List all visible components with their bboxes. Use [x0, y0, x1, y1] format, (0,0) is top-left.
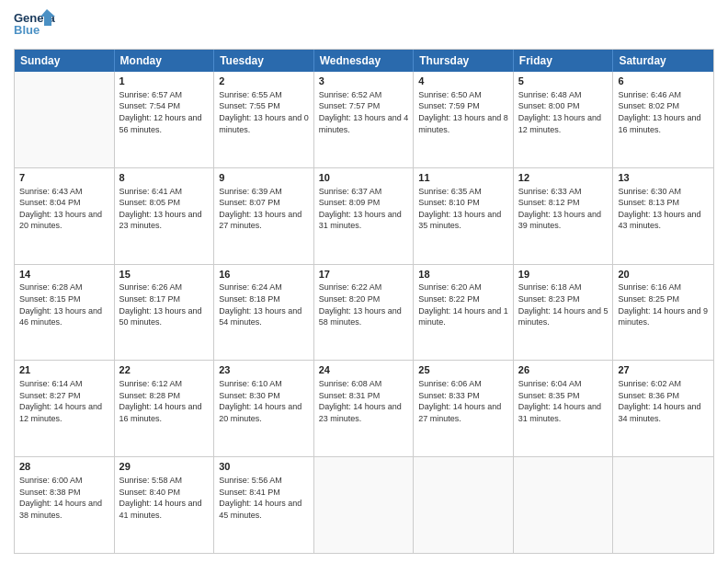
sun-info: Sunrise: 6:41 AMSunset: 8:05 PMDaylight:…	[119, 186, 210, 232]
calendar-header-cell: Thursday	[414, 50, 514, 72]
calendar-cell: 10Sunrise: 6:37 AMSunset: 8:09 PMDayligh…	[314, 168, 415, 264]
sun-info: Sunrise: 6:50 AMSunset: 7:59 PMDaylight:…	[418, 89, 508, 135]
day-number: 3	[319, 75, 409, 88]
page: General Blue SundayMondayTuesdayWednesda…	[0, 0, 728, 563]
sun-info: Sunrise: 6:02 AMSunset: 8:36 PMDaylight:…	[618, 378, 709, 424]
day-number: 8	[119, 171, 210, 185]
day-number: 27	[618, 363, 709, 377]
day-number: 6	[618, 75, 709, 88]
calendar-cell: 23Sunrise: 6:10 AMSunset: 8:30 PMDayligh…	[214, 361, 314, 456]
calendar-cell: 9Sunrise: 6:39 AMSunset: 8:07 PMDaylight…	[214, 168, 314, 264]
day-number: 17	[319, 268, 409, 282]
calendar-cell: 8Sunrise: 6:41 AMSunset: 8:05 PMDaylight…	[115, 168, 215, 264]
day-number: 26	[518, 363, 609, 377]
logo: General Blue	[14, 9, 55, 41]
calendar-header-cell: Tuesday	[214, 50, 314, 72]
sun-info: Sunrise: 6:43 AMSunset: 8:04 PMDaylight:…	[19, 186, 109, 232]
calendar-cell	[15, 72, 115, 167]
calendar-cell: 28Sunrise: 6:00 AMSunset: 8:38 PMDayligh…	[15, 457, 115, 553]
calendar-cell: 17Sunrise: 6:22 AMSunset: 8:20 PMDayligh…	[314, 265, 415, 361]
calendar-header-cell: Wednesday	[314, 50, 415, 72]
sun-info: Sunrise: 6:08 AMSunset: 8:31 PMDaylight:…	[319, 378, 409, 424]
sun-info: Sunrise: 6:10 AMSunset: 8:30 PMDaylight:…	[219, 378, 309, 424]
sun-info: Sunrise: 5:56 AMSunset: 8:41 PMDaylight:…	[219, 475, 309, 521]
calendar-cell: 19Sunrise: 6:18 AMSunset: 8:23 PMDayligh…	[514, 265, 614, 361]
day-number: 22	[119, 363, 210, 377]
calendar-cell: 13Sunrise: 6:30 AMSunset: 8:13 PMDayligh…	[613, 168, 713, 264]
calendar-header-cell: Saturday	[613, 50, 713, 72]
day-number: 1	[119, 75, 210, 88]
calendar-cell: 21Sunrise: 6:14 AMSunset: 8:27 PMDayligh…	[15, 361, 115, 456]
calendar-cell: 1Sunrise: 6:57 AMSunset: 7:54 PMDaylight…	[115, 72, 215, 167]
calendar-cell: 2Sunrise: 6:55 AMSunset: 7:55 PMDaylight…	[214, 72, 314, 167]
sun-info: Sunrise: 6:55 AMSunset: 7:55 PMDaylight:…	[219, 89, 309, 135]
sun-info: Sunrise: 6:26 AMSunset: 8:17 PMDaylight:…	[119, 282, 210, 327]
sun-info: Sunrise: 6:20 AMSunset: 8:22 PMDaylight:…	[418, 282, 508, 327]
calendar-cell: 3Sunrise: 6:52 AMSunset: 7:57 PMDaylight…	[314, 72, 415, 167]
sun-info: Sunrise: 5:58 AMSunset: 8:40 PMDaylight:…	[119, 475, 210, 521]
sun-info: Sunrise: 6:16 AMSunset: 8:25 PMDaylight:…	[618, 282, 709, 327]
sun-info: Sunrise: 6:46 AMSunset: 8:02 PMDaylight:…	[618, 89, 709, 135]
sun-info: Sunrise: 6:12 AMSunset: 8:28 PMDaylight:…	[119, 378, 210, 424]
day-number: 30	[219, 460, 309, 474]
calendar-header-cell: Friday	[514, 50, 614, 72]
general-blue-logo-icon: General Blue	[14, 9, 55, 41]
calendar-cell: 12Sunrise: 6:33 AMSunset: 8:12 PMDayligh…	[514, 168, 614, 264]
calendar-cell: 24Sunrise: 6:08 AMSunset: 8:31 PMDayligh…	[314, 361, 415, 456]
sun-info: Sunrise: 6:14 AMSunset: 8:27 PMDaylight:…	[19, 378, 109, 424]
day-number: 7	[19, 171, 109, 185]
day-number: 15	[119, 268, 210, 282]
day-number: 20	[618, 268, 709, 282]
day-number: 13	[618, 171, 709, 185]
calendar-cell	[314, 457, 415, 553]
calendar-header: SundayMondayTuesdayWednesdayThursdayFrid…	[15, 50, 713, 72]
calendar-cell	[414, 457, 514, 553]
calendar-header-cell: Monday	[115, 50, 215, 72]
calendar-cell: 29Sunrise: 5:58 AMSunset: 8:40 PMDayligh…	[115, 457, 215, 553]
day-number: 28	[19, 460, 109, 474]
day-number: 29	[119, 460, 210, 474]
sun-info: Sunrise: 6:00 AMSunset: 8:38 PMDaylight:…	[19, 475, 109, 521]
calendar-cell: 11Sunrise: 6:35 AMSunset: 8:10 PMDayligh…	[414, 168, 514, 264]
day-number: 25	[418, 363, 508, 377]
calendar-cell	[613, 457, 713, 553]
calendar-cell: 25Sunrise: 6:06 AMSunset: 8:33 PMDayligh…	[414, 361, 514, 456]
day-number: 16	[219, 268, 309, 282]
day-number: 23	[219, 363, 309, 377]
day-number: 5	[518, 75, 609, 88]
calendar-header-cell: Sunday	[15, 50, 115, 72]
day-number: 9	[219, 171, 309, 185]
calendar-row: 14Sunrise: 6:28 AMSunset: 8:15 PMDayligh…	[15, 265, 713, 362]
day-number: 10	[319, 171, 409, 185]
sun-info: Sunrise: 6:06 AMSunset: 8:33 PMDaylight:…	[418, 378, 508, 424]
sun-info: Sunrise: 6:33 AMSunset: 8:12 PMDaylight:…	[518, 186, 609, 232]
calendar-row: 7Sunrise: 6:43 AMSunset: 8:04 PMDaylight…	[15, 168, 713, 265]
calendar-cell: 22Sunrise: 6:12 AMSunset: 8:28 PMDayligh…	[115, 361, 215, 456]
sun-info: Sunrise: 6:18 AMSunset: 8:23 PMDaylight:…	[518, 282, 609, 327]
sun-info: Sunrise: 6:39 AMSunset: 8:07 PMDaylight:…	[219, 186, 309, 232]
calendar-cell: 18Sunrise: 6:20 AMSunset: 8:22 PMDayligh…	[414, 265, 514, 361]
calendar-body: 1Sunrise: 6:57 AMSunset: 7:54 PMDaylight…	[15, 72, 713, 553]
calendar-row: 28Sunrise: 6:00 AMSunset: 8:38 PMDayligh…	[15, 457, 713, 553]
calendar-cell: 6Sunrise: 6:46 AMSunset: 8:02 PMDaylight…	[613, 72, 713, 167]
calendar-cell: 26Sunrise: 6:04 AMSunset: 8:35 PMDayligh…	[514, 361, 614, 456]
sun-info: Sunrise: 6:24 AMSunset: 8:18 PMDaylight:…	[219, 282, 309, 327]
day-number: 14	[19, 268, 109, 282]
sun-info: Sunrise: 6:04 AMSunset: 8:35 PMDaylight:…	[518, 378, 609, 424]
calendar-cell: 4Sunrise: 6:50 AMSunset: 7:59 PMDaylight…	[414, 72, 514, 167]
calendar: SundayMondayTuesdayWednesdayThursdayFrid…	[14, 49, 714, 554]
calendar-cell: 7Sunrise: 6:43 AMSunset: 8:04 PMDaylight…	[15, 168, 115, 264]
sun-info: Sunrise: 6:30 AMSunset: 8:13 PMDaylight:…	[618, 186, 709, 232]
sun-info: Sunrise: 6:52 AMSunset: 7:57 PMDaylight:…	[319, 89, 409, 135]
sun-info: Sunrise: 6:57 AMSunset: 7:54 PMDaylight:…	[119, 89, 210, 135]
calendar-cell: 15Sunrise: 6:26 AMSunset: 8:17 PMDayligh…	[115, 265, 215, 361]
calendar-cell: 16Sunrise: 6:24 AMSunset: 8:18 PMDayligh…	[214, 265, 314, 361]
sun-info: Sunrise: 6:28 AMSunset: 8:15 PMDaylight:…	[19, 282, 109, 327]
svg-text:Blue: Blue	[14, 23, 40, 37]
sun-info: Sunrise: 6:48 AMSunset: 8:00 PMDaylight:…	[518, 89, 609, 135]
day-number: 4	[418, 75, 508, 88]
day-number: 11	[418, 171, 508, 185]
sun-info: Sunrise: 6:22 AMSunset: 8:20 PMDaylight:…	[319, 282, 409, 327]
sun-info: Sunrise: 6:37 AMSunset: 8:09 PMDaylight:…	[319, 186, 409, 232]
day-number: 12	[518, 171, 609, 185]
